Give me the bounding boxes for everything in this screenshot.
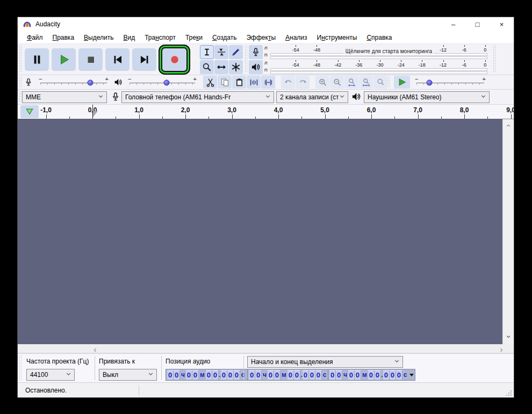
cut-button[interactable] [203,76,217,89]
menu-выделить[interactable]: Выделить [79,32,118,43]
scroll-up-arrow-icon[interactable] [505,121,512,131]
meter-tick-label: -54 [292,62,299,68]
zoom-out-button[interactable] [330,76,344,89]
vertical-scrollbar[interactable] [502,119,514,344]
paste-button[interactable] [232,76,246,89]
selection-end-display[interactable]: 00ч00м00.000с [328,369,415,381]
resize-grip[interactable] [506,390,512,396]
time-digit: 0 [315,370,322,380]
fit-selection-button[interactable] [344,76,358,89]
play-button[interactable] [52,48,76,71]
recording-device-select[interactable]: Головной телефон (AM61 Hands-Fr [121,91,274,103]
copy-button[interactable] [218,76,232,89]
meter-tick [443,60,444,62]
stop-icon [84,53,98,67]
stop-button[interactable] [78,48,103,71]
menu-справка[interactable]: Справка [362,32,397,43]
recording-channels-select[interactable]: 2 канала записи (стерео [276,91,348,103]
ruler-major-tick [371,114,372,119]
transport-toolbar-grip[interactable] [19,46,22,73]
trim-audio-button[interactable] [247,76,261,89]
play-at-speed-grip[interactable] [387,77,391,88]
slider-thumb[interactable] [427,80,433,86]
tool-zoom-button[interactable] [200,60,214,74]
playback-volume-slider[interactable]: −+ [128,76,196,89]
ruler-minor-tick [301,117,302,119]
slider-minus: − [415,76,418,82]
recording-device-value: Головной телефон (AM61 Hands-Fr [125,93,264,101]
fit-project-button[interactable] [359,76,373,89]
tool-selection-button[interactable] [200,45,214,59]
scroll-down-arrow-icon[interactable] [505,332,512,342]
pause-button[interactable] [25,48,49,71]
skip-to-end-button[interactable] [132,48,156,71]
spare-grip[interactable] [493,46,496,73]
menu-транспорт[interactable]: Транспорт [140,32,181,43]
playback-meter-button[interactable] [249,60,263,74]
zoom-toggle-button[interactable] [373,76,387,89]
meter-tick-label: -48 [313,47,320,53]
menu-вид[interactable]: Вид [118,32,140,43]
menu-эффекты[interactable]: Эффекты [241,32,281,43]
time-digit: 0 [336,370,342,380]
slider-ticks [130,83,195,85]
tool-multi-button[interactable] [229,60,243,74]
recording-meter-button[interactable] [249,45,263,59]
playback-device-select[interactable]: Наушники (AM61 Stereo) [364,91,490,103]
selection-toolbar-grip[interactable] [19,355,22,381]
menu-анализ[interactable]: Анализ [281,32,312,43]
slider-thumb[interactable] [163,80,169,86]
pinned-playhead-icon [25,107,34,117]
play-at-speed-button[interactable] [394,76,410,89]
time-digit: 0 [221,370,227,380]
tool-envelope-button[interactable] [214,45,228,59]
redo-icon [298,77,308,88]
menu-файл[interactable]: Файл [22,32,48,43]
selection-start-display[interactable]: 00ч00м00.000с [247,369,335,381]
time-digit: 0 [329,370,336,380]
slider-plus: + [193,76,197,82]
close-button[interactable]: × [490,17,514,31]
project-rate-select[interactable]: 44100 [26,369,75,381]
selection-mode-select[interactable]: Начало и конец выделения [247,356,403,368]
silence-audio-button[interactable] [261,76,275,89]
meter-toolbar-grip[interactable] [245,46,248,73]
menu-инструменты[interactable]: Инструменты [312,32,362,43]
audio-host-select[interactable]: MME [22,91,107,103]
slider-thumb[interactable] [87,80,93,86]
selection-mode-value: Начало и конец выделения [251,358,393,366]
slider-plus: + [105,76,109,82]
menu-треки[interactable]: Треки [181,32,207,43]
tool-timeshift-button[interactable] [214,60,228,74]
horizontal-scrollbar[interactable] [18,344,514,353]
meter-tick [380,60,380,62]
multi-icon [231,62,241,72]
audio-position-display[interactable]: 00ч00м00.000с [166,369,253,381]
minimize-button[interactable]: – [441,17,465,31]
time-format-dropdown-icon[interactable] [409,374,414,376]
slider-minus: − [128,76,131,82]
recording-volume-slider[interactable]: −+ [39,76,108,89]
play-speed-slider[interactable]: −+ [415,76,485,89]
fit-selection-icon [347,77,357,88]
undo-button[interactable] [281,76,295,89]
redo-button[interactable] [296,76,310,89]
meter-tick [464,60,465,62]
playback-volume-icon [113,77,123,89]
undo-icon [283,77,293,88]
record-button[interactable] [162,48,186,71]
skip-to-start-button[interactable] [105,48,130,71]
playback-meter[interactable]: -54-48-42-36-30-24-18-12-60 [270,60,490,74]
menu-создать[interactable]: Создать [207,32,242,43]
ruler-major-tick [464,114,465,119]
time-unit: м [281,371,287,379]
snap-to-select[interactable]: Выкл [99,369,157,381]
menu-правка[interactable]: Правка [48,32,80,43]
zoom-in-button[interactable] [315,76,329,89]
maximize-button[interactable]: □ [465,17,490,31]
tool-draw-button[interactable] [229,45,243,59]
recording-meter[interactable]: -54-48-12-60Щёлкните для старта монитори… [270,45,490,59]
mixer-toolbar-grip[interactable] [19,77,22,88]
timeline-ruler[interactable]: -1,00,01,02,03,04,05,06,07,08,09,0 [40,105,514,119]
pinned-playhead-button[interactable] [20,105,39,118]
